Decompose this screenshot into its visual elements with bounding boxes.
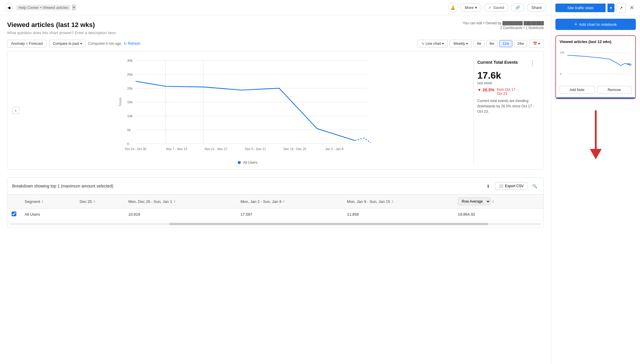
breakdown-table-container: Segment ⇕ Dec 25 ⇕ Mon, (7, 195, 544, 228)
breakdown-section: Breakdown showing top 1 (maximum amount … (0, 177, 551, 234)
dec26-jan1-cell: 10,919 (124, 209, 236, 220)
time-12w-button[interactable]: 12w (499, 40, 512, 47)
computed-text: Computed 4 min ago (88, 42, 121, 46)
refresh-button[interactable]: ↻ Refresh (124, 42, 140, 46)
compare-to-past-button[interactable]: Compare to past ▾ (49, 40, 86, 47)
add-chart-to-notebook-button[interactable]: + Add chart to notebook (555, 19, 636, 30)
share-button[interactable]: Share (527, 3, 546, 12)
table-header-row: Segment ⇕ Dec 25 ⇕ Mon, (7, 195, 544, 209)
right-panel-header: Site traffic stats ▾ ↗ ✕ (551, 0, 640, 16)
more-label: More (465, 5, 474, 10)
dec26-sort-icon: ⇕ (173, 200, 176, 203)
line-chart-icon: ∿ (422, 42, 424, 46)
insight-panel: Current Total Events ⋮ 17.6k last week ▼… (473, 56, 539, 165)
back-button[interactable]: ◀ (5, 3, 13, 12)
remove-button[interactable]: Remove (597, 86, 632, 94)
add-chart-icon: + (574, 22, 577, 27)
row-avg-cell: 19,864.92 (454, 209, 544, 220)
chart-nav-left-button[interactable]: ‹ (12, 107, 19, 114)
back-icon: ◀ (7, 5, 10, 10)
dec25-sort-icon: ⇕ (93, 200, 96, 203)
link-button[interactable]: 🔗 (511, 3, 525, 12)
svg-text:5k: 5k (127, 128, 131, 132)
refresh-icon: ↻ (124, 42, 127, 46)
more-chevron-icon: ▾ (475, 5, 477, 10)
site-stats-button[interactable]: Site traffic stats (555, 4, 606, 12)
table-header-jan9-jan15[interactable]: Mon, Jan 9 - Sun, Jan 15 ⇕ (343, 195, 454, 209)
table-scrollbar[interactable] (10, 223, 541, 225)
breadcrumb: Help Center • Viewed articles ▾ (16, 5, 448, 10)
breakdown-search-button[interactable]: 🔍 (530, 182, 539, 190)
export-csv-button[interactable]: ⬜ Export CSV (495, 182, 527, 190)
site-stats-chevron-icon: ▾ (610, 6, 612, 10)
red-arrow-svg (587, 107, 605, 161)
svg-text:Dec 5 - Dec 11: Dec 5 - Dec 11 (245, 147, 266, 151)
table-header-dec26-jan1[interactable]: Mon, Dec 26 - Sun, Jan 1 ⇕ (124, 195, 236, 209)
chart-description: What question does this chart answer? En… (7, 31, 117, 35)
line-chart-selector[interactable]: ∿ Line chart ▾ (418, 40, 448, 47)
table-header-dec25[interactable]: Dec 25 ⇕ (76, 195, 124, 209)
insight-label: last week (477, 81, 535, 85)
chart-section: Viewed articles (last 12 wks) What quest… (0, 15, 551, 177)
more-button[interactable]: More ▾ (460, 3, 482, 12)
jan2-sort-icon: ⇕ (283, 200, 285, 203)
chevron-left-icon: ‹ (15, 108, 16, 113)
share-label: Share (531, 5, 542, 10)
anomaly-forecast-button[interactable]: Anomaly + Forecast (7, 40, 47, 47)
time-24w-button[interactable]: 24w (514, 40, 527, 47)
calendar-button[interactable]: 📅 ▾ (529, 40, 544, 47)
bell-icon: 🔔 (450, 5, 455, 10)
chart-container: ‹ 30k 25k 20k 15k 10k 5k 0 Totals (7, 51, 544, 170)
insight-value: 17.6k (477, 70, 535, 81)
add-note-button[interactable]: Add Note (560, 86, 595, 94)
segment-sort-icon: ⇕ (41, 200, 44, 203)
svg-text:10k: 10k (127, 114, 133, 118)
preview-title: Viewed articles (last 12 wks) (560, 39, 632, 44)
legend-label: All Users (243, 160, 257, 165)
table-header-row-avg[interactable]: Row Average Row Total ⇕ (454, 195, 544, 209)
breakdown-info-button[interactable]: ℹ (484, 182, 492, 190)
row-avg-sort-icon: ⇕ (492, 200, 494, 203)
insight-title: Current Total Events (477, 60, 518, 65)
svg-text:Jan 2 - Jan 8: Jan 2 - Jan 8 (325, 147, 343, 151)
right-panel: Site traffic stats ▾ ↗ ✕ + Add chart to … (551, 0, 640, 364)
breadcrumb-text: Help Center • Viewed articles (16, 5, 71, 10)
breakdown-header: Breakdown showing top 1 (maximum amount … (7, 177, 544, 195)
compare-label: Compare to past (53, 42, 79, 46)
insight-change-from: from Oct 17 - (497, 88, 517, 92)
row-checkbox[interactable] (12, 212, 16, 216)
breadcrumb-dropdown[interactable]: ▾ (72, 5, 75, 10)
insight-menu-button[interactable]: ⋮ (530, 60, 535, 66)
row-average-select[interactable]: Row Average Row Total (458, 198, 491, 205)
export-icon: ⬜ (499, 184, 503, 188)
chart-toolbar: Anomaly + Forecast Compare to past ▾ Com… (7, 40, 544, 47)
svg-text:15k: 15k (127, 100, 133, 104)
saved-label: Saved (493, 5, 504, 10)
time-8w-button[interactable]: 8w (486, 40, 497, 47)
chart-meta-dashboards: 2 Dashboards • 1 Notebook (463, 26, 544, 30)
svg-text:Totals: Totals (118, 97, 122, 107)
time-4w-button[interactable]: 4w (473, 40, 484, 47)
search-icon: 🔍 (532, 184, 537, 188)
scrollbar-thumb (169, 223, 488, 225)
weekly-selector[interactable]: Weekly ▾ (449, 40, 471, 47)
calendar-icon: 📅 (533, 42, 537, 46)
notifications-button[interactable]: 🔔 (448, 2, 458, 12)
row-checkbox-cell[interactable] (7, 209, 20, 220)
svg-text:0: 0 (127, 142, 129, 146)
close-panel-button[interactable]: ✕ (628, 4, 636, 12)
export-label: Export CSV (505, 184, 524, 188)
site-stats-chevron-button[interactable]: ▾ (607, 4, 614, 12)
insight-trend-text: Current total events are trending downwa… (477, 98, 535, 114)
jan2-jan8-cell: 17,587 (236, 209, 343, 220)
saved-button[interactable]: ✓ Saved (484, 3, 508, 12)
segment-cell: All Users (20, 209, 76, 220)
preview-chart-svg: 32k 0 (560, 46, 632, 82)
table-header-segment[interactable]: Segment ⇕ (20, 195, 76, 209)
external-link-button[interactable]: ↗ (616, 3, 626, 12)
preview-actions: Add Note Remove (560, 86, 632, 94)
arrow-area (551, 101, 640, 364)
table-header-jan2-jan8[interactable]: Mon, Jan 2 - Sun, Jan 8 ⇕ (236, 195, 343, 209)
weekly-chevron-icon: ▾ (466, 42, 468, 46)
chart-meta-owner: You can edit • Owned by ████████ ███████… (463, 21, 544, 25)
